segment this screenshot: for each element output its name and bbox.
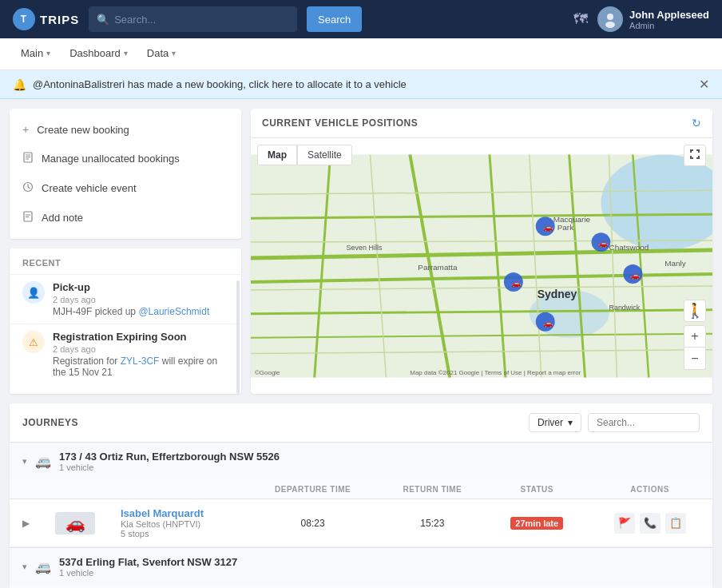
manage-bookings-button[interactable]: Manage unallocated bookings bbox=[10, 144, 241, 173]
svg-point-0 bbox=[607, 14, 613, 20]
svg-text:Parramatta: Parramatta bbox=[418, 263, 458, 272]
col-departure: DEPARTURE TIME bbox=[248, 480, 378, 499]
svg-text:🚗: 🚗 bbox=[511, 278, 522, 288]
stops-info-1: 5 stops bbox=[121, 529, 235, 538]
map-container: Sydney Macquarie Park Chatswood Randwick… bbox=[251, 138, 712, 394]
nav-item-main[interactable]: Main ▾ bbox=[13, 38, 58, 70]
document-icon bbox=[22, 152, 34, 165]
add-note-button[interactable]: Add note bbox=[10, 203, 241, 232]
map-title: CURRENT VEHICLE POSITIONS bbox=[262, 117, 418, 129]
map-tab-map[interactable]: Map bbox=[257, 145, 297, 165]
chevron-down-icon: ▾ bbox=[124, 49, 128, 58]
notification-action-link[interactable]: click here bbox=[249, 78, 293, 90]
street-view-icon[interactable]: 🚶 bbox=[684, 300, 706, 322]
journey-group-2-header[interactable]: ▾ 🚐 537d Erling Flat, Svenfort NSW 3127 … bbox=[10, 548, 712, 586]
journey-group-2: ▾ 🚐 537d Erling Flat, Svenfort NSW 3127 … bbox=[10, 548, 712, 588]
map-view-button[interactable]: 🗺 bbox=[573, 11, 588, 28]
search-input[interactable] bbox=[114, 14, 289, 26]
logo-icon: T bbox=[13, 8, 35, 30]
map-tab-satellite[interactable]: Satellite bbox=[297, 145, 352, 165]
svg-point-1 bbox=[605, 22, 615, 28]
notification-suffix: to allocate it to a vehicle bbox=[296, 78, 407, 90]
chevron-down-icon: ▾ bbox=[22, 456, 27, 467]
registration-vehicle-link[interactable]: ZYL-3CF bbox=[121, 356, 160, 367]
journey-group-2-info: 537d Erling Flat, Svenfort NSW 3127 1 ve… bbox=[59, 556, 237, 578]
svg-line-8 bbox=[28, 187, 30, 189]
note-icon bbox=[22, 211, 34, 224]
user-text: John Appleseed Admin bbox=[629, 9, 709, 30]
col-actions: ACTIONS bbox=[587, 480, 712, 499]
col-vehicle-img bbox=[42, 480, 108, 499]
status-1: 27min late bbox=[486, 499, 587, 547]
chevron-down-icon: ▾ bbox=[46, 49, 50, 58]
driver-dropdown[interactable]: Driver ▾ bbox=[529, 413, 581, 432]
flag-button-1[interactable]: 🚩 bbox=[614, 513, 635, 534]
map-controls-top: Map Satellite bbox=[257, 145, 352, 165]
status-badge-1: 27min late bbox=[510, 517, 563, 530]
create-booking-button[interactable]: + Create new booking bbox=[10, 115, 241, 144]
nav-item-data[interactable]: Data ▾ bbox=[139, 38, 184, 70]
zoom-in-button[interactable]: + bbox=[684, 325, 706, 348]
map-zoom-controls: + − bbox=[684, 325, 706, 370]
svg-text:©Google: ©Google bbox=[255, 369, 280, 376]
info-button-1[interactable]: 📋 bbox=[665, 513, 686, 534]
map-refresh-button[interactable]: ↻ bbox=[692, 117, 701, 129]
recent-item-registration-desc: Registration for ZYL-3CF will expire on … bbox=[53, 356, 228, 378]
clock-icon bbox=[22, 181, 34, 195]
create-vehicle-event-button[interactable]: Create vehicle event bbox=[10, 173, 241, 203]
svg-text:🚗: 🚗 bbox=[598, 238, 609, 248]
vehicle-icon: 🚐 bbox=[35, 454, 51, 469]
nav-item-dashboard[interactable]: Dashboard ▾ bbox=[61, 38, 136, 70]
recent-item-registration-time: 2 days ago bbox=[53, 344, 228, 354]
quick-actions-panel: + Create new booking Manage unallocated … bbox=[10, 109, 241, 239]
recent-item-pickup-desc: MJH-49F picked up @LaurieSchmidt bbox=[53, 306, 228, 317]
scroll-bar[interactable] bbox=[236, 280, 240, 394]
user-name: John Appleseed bbox=[629, 9, 709, 21]
notification-close-button[interactable]: ✕ bbox=[699, 77, 709, 92]
map-fullscreen-button[interactable] bbox=[684, 145, 706, 166]
search-bar: 🔍 bbox=[89, 6, 297, 32]
search-button[interactable]: Search bbox=[307, 6, 362, 32]
journey-table-1-header-row: DEPARTURE TIME RETURN TIME STATUS ACTION… bbox=[10, 480, 712, 499]
recent-item-pickup: 👤 Pick-up 2 days ago MJH-49F picked up @… bbox=[10, 274, 241, 324]
pickup-desc-prefix: MJH-49F picked up bbox=[53, 306, 138, 317]
recent-item-registration: ⚠ Registration Expiring Soon 2 days ago … bbox=[10, 324, 241, 384]
notification-user-link[interactable]: @AntoninaBalistreri bbox=[33, 78, 125, 90]
zoom-out-button[interactable]: − bbox=[684, 348, 706, 370]
main-content: + Create new booking Manage unallocated … bbox=[0, 99, 722, 403]
phone-button-1[interactable]: 📞 bbox=[640, 513, 661, 534]
map-panel: CURRENT VEHICLE POSITIONS ↻ bbox=[251, 109, 712, 394]
driver-info-1: Isabel Marquardt Kia Seltos (HNPTVI) 5 s… bbox=[108, 499, 248, 547]
col-status: STATUS bbox=[486, 480, 587, 499]
recent-item-registration-body: Registration Expiring Soon 2 days ago Re… bbox=[53, 331, 228, 378]
svg-text:🚗: 🚗 bbox=[630, 270, 641, 280]
vehicle-info-1: Kia Seltos (HNPTVI) bbox=[121, 519, 235, 529]
nav-data-label: Data bbox=[147, 47, 169, 59]
journey-group-1-header[interactable]: ▾ 🚐 173 / 43 Ortiz Run, Effertzborough N… bbox=[10, 443, 712, 480]
recent-panel: RECENT 👤 Pick-up 2 days ago MJH-49F pick… bbox=[10, 248, 241, 394]
avatar bbox=[597, 6, 623, 32]
warning-icon: ⚠ bbox=[22, 331, 45, 353]
journey-table-1: DEPARTURE TIME RETURN TIME STATUS ACTION… bbox=[10, 480, 712, 547]
svg-text:🚗: 🚗 bbox=[543, 318, 553, 328]
add-note-label: Add note bbox=[42, 212, 83, 224]
journey-group-1-info: 173 / 43 Ortiz Run, Effertzborough NSW 5… bbox=[59, 451, 280, 472]
driver-name-1[interactable]: Isabel Marquardt bbox=[121, 507, 235, 519]
recent-item-pickup-body: Pick-up 2 days ago MJH-49F picked up @La… bbox=[53, 281, 228, 317]
journey-search-input[interactable] bbox=[588, 413, 700, 432]
notification-icon: 🔔 bbox=[13, 78, 26, 91]
pickup-user-link[interactable]: @LaurieSchmidt bbox=[138, 306, 209, 317]
nav-bar: Main ▾ Dashboard ▾ Data ▾ bbox=[0, 38, 722, 70]
recent-item-pickup-time: 2 days ago bbox=[53, 295, 228, 304]
notification-message: has made a new booking, bbox=[128, 78, 249, 90]
map-header: CURRENT VEHICLE POSITIONS ↻ bbox=[251, 109, 712, 138]
svg-text:Manly: Manly bbox=[664, 259, 686, 268]
recent-item-pickup-title: Pick-up bbox=[53, 281, 228, 293]
header: T TRIPS 🔍 Search 🗺 John Appleseed Admin bbox=[0, 0, 722, 38]
search-icon: 🔍 bbox=[97, 14, 109, 26]
chevron-down-icon: ▾ bbox=[172, 49, 176, 58]
left-panel: + Create new booking Manage unallocated … bbox=[10, 109, 241, 394]
vehicle-icon-2: 🚐 bbox=[35, 559, 51, 574]
create-booking-label: Create new booking bbox=[37, 124, 129, 136]
row-expand-button[interactable]: ▶ bbox=[10, 499, 42, 547]
